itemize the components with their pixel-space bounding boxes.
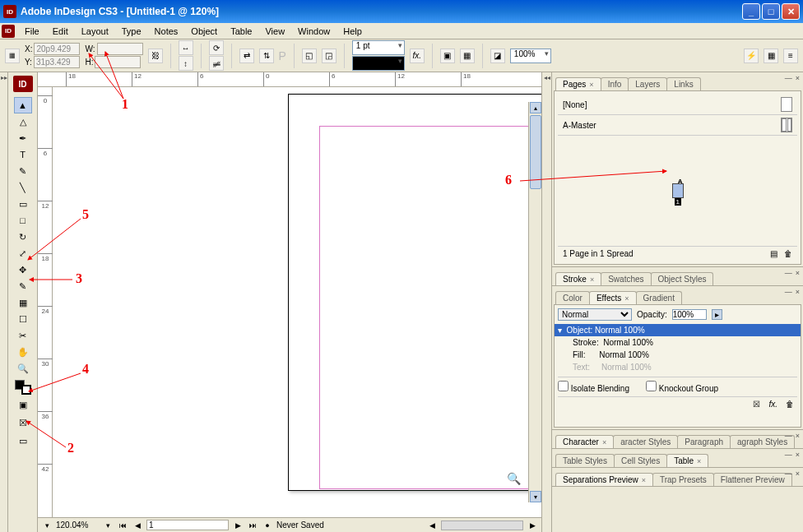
new-page-icon[interactable]: ▤ (770, 249, 777, 258)
tab-links[interactable]: Links (666, 77, 700, 90)
control-menu-icon[interactable]: ≡ (783, 49, 798, 63)
button-tool[interactable]: ☐ (14, 311, 32, 327)
fill-stroke-swatch[interactable] (13, 378, 33, 395)
eyedropper-tool[interactable]: ✎ (14, 278, 32, 294)
apply-none-icon[interactable]: ☒ (14, 414, 32, 431)
opacity-dropdown-icon[interactable]: ▸ (712, 309, 722, 320)
page-1-thumb[interactable]: A 1 (672, 183, 684, 198)
fx-icon[interactable]: fx. (768, 400, 777, 409)
blend-mode-select[interactable]: Normal (558, 308, 632, 321)
first-page-button[interactable]: ⏮ (117, 520, 128, 531)
select-container-icon[interactable]: ◱ (302, 49, 317, 63)
master-a-row[interactable]: A-Master (558, 115, 797, 136)
scale-y-icon[interactable]: ↕ (179, 56, 193, 71)
panel-minimize-icon[interactable]: — (785, 451, 792, 459)
vertical-ruler[interactable]: 06121824303642 (38, 87, 53, 517)
select-content-icon[interactable]: ◲ (322, 49, 337, 63)
left-dock-strip[interactable]: ▸▸ (0, 72, 8, 532)
tab-swatches[interactable]: Swatches (601, 272, 651, 285)
bridge-icon[interactable]: ▦ (764, 49, 778, 63)
tab-color[interactable]: Color (555, 291, 590, 304)
flip-v-icon[interactable]: ⇅ (259, 49, 274, 63)
tab-object-styles[interactable]: Object Styles (651, 272, 714, 285)
next-page-button[interactable]: ▶ (232, 520, 244, 531)
tab-paragraph[interactable]: Paragraph (677, 435, 731, 448)
scroll-down-button[interactable]: ▾ (530, 491, 541, 502)
tab-character[interactable]: Character× (555, 435, 614, 448)
stroke-style-select[interactable] (352, 56, 405, 71)
panel-close-icon[interactable]: × (796, 269, 800, 277)
free-transform-tool[interactable]: ✥ (14, 261, 32, 278)
tab-trap-presets[interactable]: Trap Presets (652, 473, 714, 486)
tab-flattener[interactable]: Flattener Preview (713, 473, 792, 486)
tab-pages[interactable]: Pages× (555, 77, 601, 90)
tab-cell-styles[interactable]: Cell Styles (614, 454, 667, 467)
window-close-button[interactable]: ✕ (782, 3, 800, 20)
direct-selection-tool[interactable]: △ (14, 113, 32, 130)
window-maximize-button[interactable]: □ (762, 3, 780, 20)
scroll-up-button[interactable]: ▴ (530, 102, 541, 113)
panel-close-icon[interactable]: × (796, 288, 800, 296)
a-master-thumb[interactable] (781, 118, 792, 132)
reference-point-icon[interactable]: ▦ (5, 49, 20, 63)
menu-file[interactable]: File (18, 25, 46, 38)
constrain-icon[interactable]: ⛓ (148, 49, 163, 63)
rectangle-frame-tool[interactable]: ▭ (14, 196, 32, 212)
vertical-scrollbar[interactable]: ▴ ▾ (528, 102, 541, 502)
delete-page-icon[interactable]: 🗑 (784, 249, 792, 258)
text-wrap-bbox-icon[interactable]: ▦ (460, 49, 475, 63)
scale-x-icon[interactable]: ↔ (179, 40, 193, 55)
format-container-icon[interactable]: ▣ (14, 396, 32, 413)
control-zoom-select[interactable]: 100% (510, 49, 551, 63)
panel-minimize-icon[interactable]: — (785, 74, 792, 82)
menu-object[interactable]: Object (184, 25, 224, 38)
y-input[interactable] (34, 56, 80, 68)
tab-table-styles[interactable]: Table Styles (555, 454, 615, 467)
zoom-tool[interactable]: 🔍 (14, 360, 32, 377)
pencil-tool[interactable]: ✎ (14, 163, 32, 179)
menu-type[interactable]: Type (115, 25, 148, 38)
tab-character-styles[interactable]: aracter Styles (613, 435, 678, 448)
tab-layers[interactable]: Layers (628, 77, 667, 90)
menu-notes[interactable]: Notes (148, 25, 185, 38)
stroke-weight-select[interactable]: 1 pt (352, 40, 405, 55)
panel-minimize-icon[interactable]: — (785, 432, 792, 440)
none-page-thumb[interactable] (781, 97, 792, 112)
prev-page-button[interactable]: ◀ (132, 520, 143, 531)
tab-separations[interactable]: Separations Preview× (555, 473, 653, 486)
line-tool[interactable]: ╲ (14, 179, 32, 196)
flip-h-icon[interactable]: ⇄ (239, 49, 254, 63)
rotate-icon[interactable]: ⟳ (209, 40, 224, 55)
h-input[interactable] (95, 56, 141, 68)
menu-view[interactable]: View (258, 25, 291, 38)
stroke-swatch[interactable] (21, 385, 31, 395)
panel-minimize-icon[interactable]: — (785, 269, 792, 277)
rotate-tool[interactable]: ↻ (14, 229, 32, 245)
quick-apply-icon[interactable]: ⚡ (744, 49, 759, 63)
preflight-icon[interactable]: ● (262, 520, 273, 531)
effect-target-object[interactable]: ▾ Object: Normal 100% (555, 324, 801, 336)
menu-window[interactable]: Window (291, 25, 337, 38)
tab-gradient[interactable]: Gradient (636, 291, 682, 304)
text-wrap-none-icon[interactable]: ▣ (440, 49, 455, 63)
zoom-popup-icon[interactable]: ▾ (41, 520, 53, 531)
tab-stroke[interactable]: Stroke× (555, 272, 601, 285)
opacity-input[interactable] (672, 309, 707, 320)
clear-effects-icon[interactable]: ☒ (753, 400, 760, 409)
panel-dock-strip[interactable]: ◂◂ (542, 72, 552, 532)
scroll-left-button[interactable]: ◀ (426, 520, 438, 531)
page-area[interactable]: 🔍 ▴ ▾ (53, 87, 541, 517)
fx-button[interactable]: fx. (410, 49, 425, 63)
drop-shadow-icon[interactable]: ◪ (490, 49, 505, 63)
w-input[interactable] (97, 43, 143, 55)
rectangle-tool[interactable]: □ (14, 212, 32, 229)
scissors-tool[interactable]: ✂ (14, 327, 32, 344)
window-minimize-button[interactable]: _ (742, 3, 760, 20)
view-mode-icon[interactable]: ▭ (14, 433, 32, 449)
panel-close-icon[interactable]: × (796, 470, 800, 478)
last-page-button[interactable]: ⏭ (247, 520, 258, 531)
gradient-tool[interactable]: ▦ (14, 294, 32, 311)
menu-table[interactable]: Table (224, 25, 258, 38)
x-input[interactable] (34, 43, 80, 55)
pen-tool[interactable]: ✒ (14, 130, 32, 146)
